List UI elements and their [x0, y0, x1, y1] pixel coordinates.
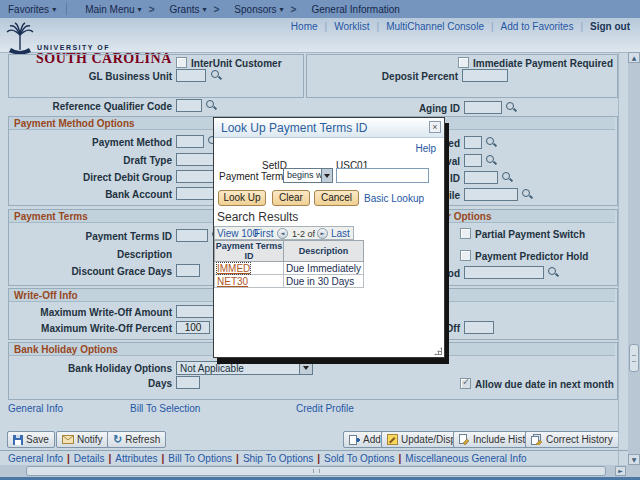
footer-link-attributes[interactable]: Attributes	[115, 453, 157, 464]
footer-separator: |	[399, 453, 402, 464]
bank-holiday-options-select[interactable]: Not Applicable	[176, 361, 313, 375]
payment-method-input[interactable]	[176, 135, 204, 148]
footer-link-ship-to-options[interactable]: Ship To Options	[243, 453, 313, 464]
reference-qualifier-lookup-icon[interactable]	[205, 99, 217, 111]
predictor-method-input[interactable]	[464, 266, 544, 279]
clear-button[interactable]: Clear	[272, 190, 310, 206]
hidden-field-input-3[interactable]	[464, 171, 498, 184]
bank-holiday-selected-value: Not Applicable	[180, 363, 244, 374]
aging-id-lookup-icon[interactable]	[505, 101, 517, 113]
search-operator-select[interactable]: begins with	[283, 168, 333, 183]
hidden-field-lookup-icon[interactable]	[485, 136, 497, 148]
close-icon[interactable]: ×	[429, 121, 441, 133]
hidden-field-lookup-icon[interactable]	[501, 171, 513, 183]
deposit-percent-input[interactable]	[462, 69, 508, 82]
lookup-dialog: Look Up Payment Terms ID × Help SetID US…	[213, 117, 445, 358]
payment-predictor-hold-checkbox[interactable]	[460, 250, 471, 261]
add-to-favorites-link[interactable]: Add to Favorites	[501, 21, 574, 32]
hidden-field-input-4[interactable]	[464, 188, 518, 201]
gl-business-unit-label: GL Business Unit	[8, 71, 172, 82]
payment-terms-search-input[interactable]	[336, 168, 429, 183]
lookup-dialog-titlebar[interactable]: Look Up Payment Terms ID ×	[214, 118, 444, 138]
notify-button[interactable]: Notify	[56, 431, 109, 448]
allow-due-date-checkbox[interactable]: ✓	[460, 378, 471, 389]
hidden-field-input-2[interactable]	[464, 154, 482, 167]
breadcrumb-grants[interactable]: Grants ▾	[169, 4, 206, 15]
breadcrumb-main-menu[interactable]: Main Menu ▾	[85, 4, 141, 15]
basic-lookup-link[interactable]: Basic Lookup	[364, 193, 424, 204]
result-description: Due Immediately	[284, 262, 364, 275]
gl-business-unit-input[interactable]	[176, 69, 206, 82]
hidden-field-lookup-icon[interactable]	[485, 154, 497, 166]
credit-profile-page-link[interactable]: Credit Profile	[296, 403, 354, 414]
view-100-link[interactable]: View 100	[217, 228, 258, 239]
hidden-field-lookup-icon[interactable]	[521, 188, 533, 200]
result-link-net30[interactable]: NET30	[217, 276, 248, 287]
refresh-button[interactable]: ↻ Refresh	[107, 431, 166, 448]
breadcrumb-separator-icon: >	[291, 4, 297, 15]
previous-page-icon[interactable]: ◄	[277, 228, 288, 239]
max-write-off-percent-input[interactable]	[176, 321, 210, 334]
vertical-scrollbar-track[interactable]	[628, 52, 640, 465]
next-page-icon[interactable]: ►	[317, 228, 328, 239]
home-link[interactable]: Home	[291, 21, 318, 32]
breadcrumb-sponsors[interactable]: Sponsors ▾	[234, 4, 283, 15]
include-history-icon	[459, 434, 470, 445]
bill-to-selection-page-link[interactable]: Bill To Selection	[130, 403, 200, 414]
worklist-link[interactable]: Worklist	[334, 21, 369, 32]
multichannel-console-link[interactable]: MultiChannel Console	[386, 21, 484, 32]
bank-account-label: Bank Account	[8, 189, 172, 200]
logo-university-of: UNIVERSITY OF	[37, 44, 110, 51]
general-info-page-link[interactable]: General Info	[8, 403, 63, 414]
caret-down-icon	[303, 366, 309, 370]
discount-grace-days-input[interactable]	[176, 264, 200, 277]
footer-link-bill-to-options[interactable]: Bill To Options	[168, 453, 232, 464]
hidden-field-input-1[interactable]	[464, 136, 482, 149]
correct-history-icon	[531, 434, 543, 445]
breadcrumb-separator-icon: >	[149, 4, 155, 15]
scroll-up-arrow[interactable]: ▲	[628, 52, 640, 63]
help-link[interactable]: Help	[415, 143, 436, 154]
footer-link-details[interactable]: Details	[74, 453, 105, 464]
chevron-down-icon: ▾	[202, 5, 206, 14]
scroll-down-arrow[interactable]: ▼	[628, 454, 640, 465]
cancel-button[interactable]: Cancel	[314, 190, 359, 206]
footer-link-misc-general-info[interactable]: Miscellaneous General Info	[405, 453, 526, 464]
bank-holiday-options-label: Bank Holiday Options	[8, 363, 172, 374]
gl-business-unit-lookup-icon[interactable]	[210, 69, 222, 81]
discount-grace-days-label: Discount Grace Days	[8, 266, 172, 277]
breadcrumb-favorites[interactable]: Favorites ▾	[8, 4, 56, 15]
payment-terms-id-input[interactable]	[176, 229, 208, 242]
vertical-scrollbar-thumb[interactable]	[629, 344, 639, 372]
footer-link-sold-to-options[interactable]: Sold To Options	[324, 453, 394, 464]
draft-type-label: Draft Type	[8, 155, 172, 166]
search-results-table: Payment Terms ID Description IMMED Due I…	[214, 240, 364, 288]
partial-payment-switch-checkbox[interactable]	[460, 228, 471, 239]
footer-link-general-info[interactable]: General Info	[8, 453, 63, 464]
right-arrow-icon: ►	[618, 467, 623, 474]
deposit-percent-label: Deposit Percent	[320, 71, 458, 82]
days-input[interactable]	[176, 376, 200, 389]
horizontal-scrollbar-thumb[interactable]	[26, 466, 606, 476]
immediate-payment-checkbox[interactable]	[458, 57, 469, 68]
days-until-write-off-input[interactable]	[464, 321, 494, 334]
save-button[interactable]: Save	[7, 431, 55, 448]
sign-out-link[interactable]: Sign out	[590, 21, 630, 32]
look-up-button[interactable]: Look Up	[218, 190, 266, 206]
immediate-payment-label: Immediate Payment Required	[473, 58, 613, 69]
last-link[interactable]: Last	[331, 228, 350, 239]
dialog-resize-handle[interactable]	[434, 347, 442, 355]
predictor-method-lookup-icon[interactable]	[547, 266, 559, 278]
reference-qualifier-input[interactable]	[176, 99, 202, 112]
first-link[interactable]: First	[254, 228, 273, 239]
result-link-immed[interactable]: IMMED	[217, 263, 250, 274]
dropdown-arrow-button[interactable]	[299, 362, 312, 374]
chevron-down-icon: ▾	[280, 5, 284, 14]
link-separator: |	[377, 21, 380, 32]
up-arrow-icon: ▲	[632, 54, 637, 61]
correct-history-button[interactable]: Correct History	[525, 431, 619, 448]
dropdown-arrow-button[interactable]	[321, 169, 332, 182]
interunit-customer-checkbox[interactable]	[176, 57, 187, 68]
scroll-right-arrow[interactable]: ►	[615, 466, 626, 476]
aging-id-input[interactable]	[464, 101, 502, 114]
